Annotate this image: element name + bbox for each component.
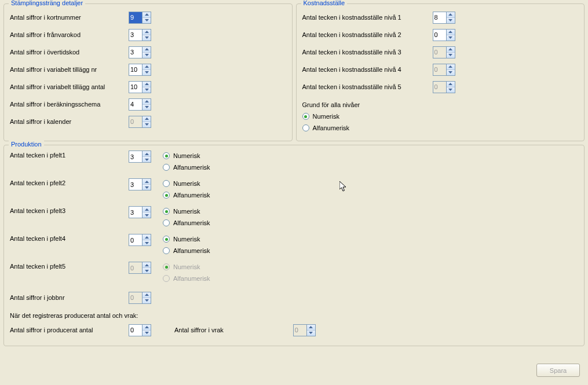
stampling-row-4: Antal siffror i variabelt tillägg antal [10,78,286,96]
pfelt4-alpha-label: Alfanumerisk [173,275,210,282]
pfelt-spinner-2-input[interactable] [129,207,142,218]
kostnad-basis-alpha[interactable]: Alfanumerisk [302,122,579,134]
stampling-spinner-0[interactable] [129,12,151,24]
stampling-spinner-2[interactable] [129,46,151,58]
stampling-spinner-4-input[interactable] [129,82,142,93]
pfelt-spinner-3-up-arrow[interactable] [143,234,151,240]
group-stampling-title: Stämplingssträng detaljer [9,0,85,6]
pfelt2-alpha[interactable]: Alfanumerisk [163,217,210,229]
pfelt1-numeric-label: Numerisk [173,180,200,187]
stampling-row-0: Antal siffror i kortnummer [10,9,286,26]
pfelt1-numeric[interactable]: Numerisk [163,178,210,189]
stampling-spinner-5[interactable] [129,98,151,111]
produced-spinner-up-arrow[interactable] [143,325,151,331]
pfelt-row-0: Antal tecken i pfelt1NumeriskAlfanumeris… [10,150,578,178]
pfelt-spinner-1-down-arrow[interactable] [143,185,151,190]
kostnad-spinner-0[interactable] [433,12,455,24]
pfelt-spinner-0-down-arrow[interactable] [143,157,151,162]
stampling-spinner-4-down-arrow[interactable] [143,87,151,93]
group-stampling: Stämplingssträng detaljer Antal siffror … [3,3,293,141]
kostnad-spinner-4-input [433,82,446,93]
pfelt-row-3: Antal tecken i pfelt4NumeriskAlfanumeris… [10,233,578,261]
stampling-spinner-2-down-arrow[interactable] [143,53,151,58]
pfelt0-numeric[interactable]: Numerisk [163,150,210,162]
stampling-spinner-2-up-arrow[interactable] [143,47,151,53]
pfelt-spinner-2[interactable] [129,206,151,218]
pfelt-spinner-0-up-arrow[interactable] [143,151,151,157]
pfelt3-numeric-label: Numerisk [173,236,200,243]
pfelt0-alpha-radio[interactable] [163,164,170,171]
row-vrak: Antal siffror i vrak [163,324,316,336]
stampling-spinner-1[interactable] [129,29,151,41]
pfelt2-alpha-radio[interactable] [163,219,170,226]
stampling-spinner-1-input[interactable] [129,30,142,41]
stampling-spinner-0-input[interactable] [129,12,142,23]
stampling-spinner-3[interactable] [129,64,151,76]
pfelt-row-2: Antal tecken i pfelt3NumeriskAlfanumeris… [10,206,578,233]
pfelt2-numeric-label: Numerisk [173,208,200,215]
stampling-spinner-4[interactable] [129,81,151,93]
kostnad-spinner-0-down-arrow[interactable] [447,18,455,23]
produced-spinner[interactable] [129,324,151,336]
kostnad-basis-numeric-radio[interactable] [302,113,309,120]
pfelt-spinner-3-down-arrow[interactable] [143,240,151,245]
kostnad-spinner-1-up-arrow[interactable] [447,30,455,35]
stampling-spinner-1-up-arrow[interactable] [143,30,151,35]
pfelt-spinner-2-down-arrow[interactable] [143,212,151,218]
stampling-spinner-0-up-arrow[interactable] [143,12,151,18]
pfelt3-numeric-radio[interactable] [163,236,170,243]
pfelt-label-4: Antal tecken i pfelt5 [10,261,129,270]
pfelt2-numeric[interactable]: Numerisk [163,206,210,217]
pfelt1-alpha[interactable]: Alfanumerisk [163,189,210,201]
pfelt0-numeric-label: Numerisk [173,152,200,159]
save-button[interactable]: Spara [536,364,580,377]
kostnad-spinner-4-down-arrow [447,87,455,93]
kostnad-spinner-2-up-arrow [447,47,455,53]
pfelt4-numeric-radio [163,263,170,270]
stampling-spinner-3-down-arrow[interactable] [143,70,151,75]
pfelt-spinner-0[interactable] [129,151,151,163]
pfelt-spinner-0-input[interactable] [129,151,142,162]
pfelt-row-4: Antal tecken i pfelt5NumeriskAlfanumeris… [10,261,578,289]
stampling-spinner-3-up-arrow[interactable] [143,64,151,70]
pfelt-spinner-3-input[interactable] [129,234,142,245]
pfelt-spinner-1-up-arrow[interactable] [143,179,151,185]
kostnad-spinner-1-input[interactable] [433,30,446,41]
kostnad-row-2: Antal tecken i kostnadsställe nivå 3 [302,43,579,61]
pfelt-label-2: Antal tecken i pfelt3 [10,206,129,214]
pfelt1-alpha-radio[interactable] [163,192,170,199]
stampling-spinner-2-input[interactable] [129,47,142,58]
kostnad-spinner-1-down-arrow[interactable] [447,35,455,41]
pfelt3-alpha-radio[interactable] [163,247,170,254]
kostnad-spinner-3 [433,64,455,76]
stampling-label-4: Antal siffror i variabelt tillägg antal [10,83,129,90]
pfelt1-numeric-radio[interactable] [163,180,170,187]
stampling-spinner-5-down-arrow[interactable] [143,105,151,110]
produced-spinner-down-arrow[interactable] [143,331,151,336]
kostnad-spinner-0-input[interactable] [433,12,446,23]
pfelt-spinner-3[interactable] [129,234,151,246]
kostnad-spinner-1[interactable] [433,29,455,41]
pfelt3-alpha[interactable]: Alfanumerisk [163,245,210,256]
pfelt-spinner-2-up-arrow[interactable] [143,207,151,212]
stampling-spinner-0-down-arrow[interactable] [143,18,151,23]
pfelt2-numeric-radio[interactable] [163,208,170,215]
stampling-spinner-3-input[interactable] [129,64,142,75]
stampling-spinner-1-down-arrow[interactable] [143,35,151,41]
pfelt0-numeric-radio[interactable] [163,152,170,159]
kostnad-spinner-2 [433,46,455,58]
kostnad-basis-alpha-radio[interactable] [302,124,309,131]
kostnad-basis-numeric[interactable]: Numerisk [302,111,579,122]
pfelt3-numeric[interactable]: Numerisk [163,233,210,245]
stampling-label-5: Antal siffror i beräkningsschema [10,101,129,108]
stampling-row-1: Antal siffror i frånvarokod [10,26,286,43]
kostnad-spinner-0-up-arrow[interactable] [447,12,455,18]
produced-spinner-input[interactable] [129,325,142,336]
vrak-spinner-down-arrow [307,331,315,336]
stampling-spinner-5-up-arrow[interactable] [143,99,151,105]
stampling-spinner-5-input[interactable] [129,99,142,110]
stampling-spinner-4-up-arrow[interactable] [143,82,151,87]
pfelt-spinner-1-input[interactable] [129,179,142,190]
pfelt0-alpha[interactable]: Alfanumerisk [163,162,210,173]
pfelt-spinner-1[interactable] [129,178,151,190]
